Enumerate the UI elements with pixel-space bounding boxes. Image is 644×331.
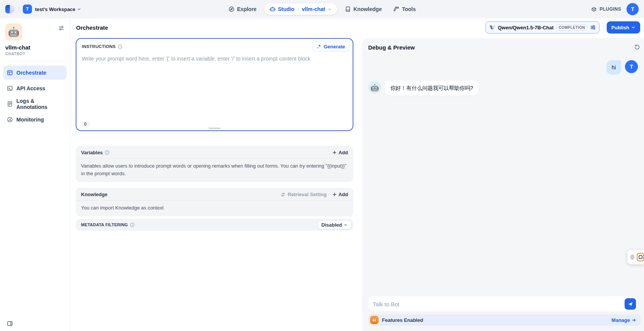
metadata-filtering-row: METADATA FILTERING Disabled	[76, 219, 353, 231]
sparkles-icon	[316, 44, 322, 49]
variables-description: Variables allow users to introduce promp…	[76, 159, 353, 182]
plugins-label: PLUGINS	[599, 6, 621, 12]
plus-icon	[332, 192, 337, 197]
manage-features-link[interactable]: Manage	[612, 317, 636, 323]
nav-knowledge[interactable]: Knowledge	[341, 3, 386, 15]
widget-dot[interactable]	[630, 254, 634, 260]
extension-icon[interactable]	[637, 253, 644, 261]
tools-icon	[393, 6, 399, 12]
main-area: Orchestrate Qwen/Qwen1.5-7B-Chat COMPLET…	[70, 18, 644, 331]
sidebar-item-monitoring[interactable]: Monitoring	[3, 112, 67, 126]
add-label: Add	[339, 192, 348, 197]
variables-panel: Variables Add Variables allow users to i…	[76, 146, 353, 182]
workspace-avatar[interactable]: T	[23, 5, 32, 14]
nav-separator: /	[297, 6, 300, 12]
retrieval-setting-label: Retrieval Setting	[288, 192, 327, 197]
nav-studio-active[interactable]: Studio / vllm-chat	[264, 3, 337, 15]
metadata-filtering-value: Disabled	[321, 222, 342, 228]
nav-explore[interactable]: Explore	[224, 3, 260, 15]
breadcrumb-slash: /	[18, 6, 20, 12]
restart-conversation-icon[interactable]	[633, 43, 641, 51]
chevron-down-icon	[77, 7, 81, 11]
sidebar-item-label: Monitoring	[16, 117, 44, 123]
retrieval-setting-button[interactable]: Retrieval Setting	[280, 192, 327, 197]
robot-icon	[269, 6, 275, 12]
arrow-right-icon	[631, 318, 636, 323]
knowledge-icon	[345, 6, 351, 12]
nav-current-app[interactable]: vllm-chat	[302, 6, 325, 12]
sidebar-divider	[5, 61, 65, 61]
user-chat-avatar: T	[625, 60, 638, 73]
user-message-bubble: hi	[606, 60, 621, 75]
top-navbar: / T test's Workspace Explore Studio / vl…	[0, 0, 644, 18]
app-type-badge: CHATBOT	[5, 52, 64, 56]
app-avatar: 🤖	[5, 24, 22, 40]
vllm-logo-icon	[489, 25, 495, 30]
model-config-sliders-icon[interactable]	[590, 24, 596, 30]
page-title: Orchestrate	[76, 24, 108, 31]
resize-handle[interactable]	[208, 128, 221, 129]
app-sidebar: 🤖 vllm-chat CHATBOT Orchestrate API Acce…	[0, 18, 70, 331]
bot-chat-avatar: 🤖	[368, 81, 381, 94]
features-icon	[370, 316, 378, 324]
model-selector[interactable]: Qwen/Qwen1.5-7B-Chat COMPLETION	[485, 21, 599, 34]
debug-preview-panel: Debug & Preview T hi 🤖 你好！有什么问题我可以帮助你吗? …	[362, 38, 644, 331]
sidebar-item-label: Orchestrate	[16, 70, 46, 76]
knowledge-title: Knowledge	[81, 192, 107, 197]
instructions-panel: INSTRUCTIONS Generate 0	[76, 38, 353, 131]
monitoring-icon	[7, 117, 13, 123]
sidebar-item-api-access[interactable]: API Access	[3, 81, 67, 95]
sidebar-item-logs-annotations[interactable]: Logs & Annotations	[3, 97, 67, 111]
app-settings-icon[interactable]	[58, 25, 64, 31]
add-variable-button[interactable]: Add	[332, 150, 348, 155]
chat-message-bot: 🤖 你好！有什么问题我可以帮助你吗?	[362, 81, 644, 95]
features-enabled-label: Features Enabled	[382, 317, 423, 323]
add-label: Add	[339, 150, 348, 155]
chat-message-user: T hi	[362, 60, 644, 75]
package-icon	[591, 6, 597, 12]
chevron-down-icon	[343, 223, 348, 227]
manage-label: Manage	[612, 317, 630, 323]
sidebar-item-label: Logs & Annotations	[16, 98, 63, 110]
logs-icon	[7, 101, 13, 107]
sidebar-item-orchestrate[interactable]: Orchestrate	[3, 66, 67, 80]
generate-button[interactable]: Generate	[312, 42, 349, 51]
workspace-switcher[interactable]: test's Workspace	[35, 6, 81, 12]
add-knowledge-button[interactable]: Add	[332, 192, 348, 197]
collapse-sidebar-icon[interactable]	[7, 321, 13, 326]
user-avatar[interactable]: T	[627, 3, 639, 15]
chat-input-container	[368, 296, 638, 312]
metadata-filtering-toggle[interactable]: Disabled	[318, 220, 351, 229]
generate-label: Generate	[324, 44, 345, 50]
workspace-name: test's Workspace	[35, 6, 75, 12]
instructions-title: INSTRUCTIONS	[82, 44, 116, 49]
nav-studio-label: Studio	[278, 6, 294, 12]
orchestrate-config-column: INSTRUCTIONS Generate 0 Variables	[76, 38, 353, 231]
variables-title: Variables	[81, 150, 103, 155]
model-name: Qwen/Qwen1.5-7B-Chat	[498, 25, 554, 30]
publish-button[interactable]: Publish	[607, 21, 640, 34]
send-icon	[628, 301, 633, 307]
plugins-button[interactable]: PLUGINS	[591, 6, 621, 12]
metadata-filtering-title: METADATA FILTERING	[81, 222, 128, 227]
send-button[interactable]	[625, 298, 636, 310]
sidebar-item-label: API Access	[16, 85, 45, 91]
nav-knowledge-label: Knowledge	[353, 6, 382, 12]
info-icon[interactable]	[105, 150, 110, 155]
browser-extension-widget[interactable]	[627, 250, 644, 264]
nav-tools[interactable]: Tools	[390, 3, 420, 15]
app-name: vllm-chat	[5, 44, 64, 51]
header-divider	[603, 25, 603, 30]
info-icon[interactable]	[130, 222, 135, 227]
chevron-down-icon	[631, 25, 636, 30]
features-bar: Features Enabled Manage	[368, 314, 641, 326]
chevron-down-icon[interactable]	[328, 7, 332, 11]
sliders-icon	[280, 192, 286, 197]
prompt-input[interactable]	[82, 56, 347, 129]
nav-explore-label: Explore	[237, 6, 256, 12]
nav-tools-label: Tools	[402, 6, 416, 12]
bot-message-bubble: 你好！有什么问题我可以帮助你吗?	[385, 81, 479, 95]
chat-input[interactable]	[373, 301, 625, 307]
info-icon[interactable]	[118, 44, 122, 49]
dify-logo[interactable]	[5, 5, 15, 13]
